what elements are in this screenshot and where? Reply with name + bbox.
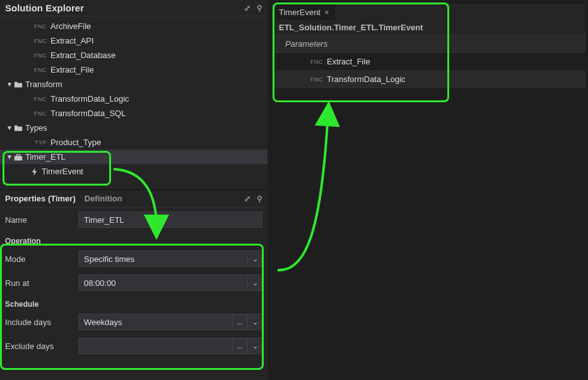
include-browse-button[interactable]: ... [232, 314, 247, 330]
chevron-down-icon[interactable]: ▼ [5, 124, 14, 131]
typ-badge: TYP [30, 140, 47, 146]
editor-tab-timerevent[interactable]: TimerEvent × [273, 4, 336, 20]
tree-item[interactable]: FNC TransformData_Logic [0, 92, 268, 106]
exclude-input[interactable] [78, 338, 232, 354]
tree-item[interactable]: FNC TransformData_SQL [0, 106, 268, 121]
fnc-badge: FNC [30, 96, 47, 102]
tree-folder-transform[interactable]: ▼ Transform [0, 77, 268, 92]
include-input[interactable]: Weekdays [78, 314, 232, 330]
tab-definition[interactable]: Definition [85, 194, 122, 203]
mode-select[interactable]: Specific times [78, 251, 247, 267]
bolt-icon [30, 167, 39, 176]
include-dropdown-button[interactable]: ⌄ [247, 314, 262, 330]
fnc-badge: FNC [30, 23, 47, 30]
properties-panel: Properties (Timer) Definition ⤢ ⚲ Name T… [0, 189, 268, 380]
tab-properties[interactable]: Properties (Timer) [5, 194, 76, 203]
parameters-section[interactable]: Parameters [273, 35, 585, 53]
pin-icon[interactable]: ⚲ [257, 194, 262, 203]
solution-explorer-panel: Solution Explorer ⤢ ⚲ FNC ArchiveFile FN… [0, 0, 268, 189]
runat-dropdown-button[interactable]: ⌄ [247, 275, 262, 291]
runat-input[interactable]: 08:00:00 [78, 275, 247, 291]
maximize-icon[interactable]: ⤢ [244, 4, 250, 13]
prop-name-row: Name Timer_ETL [0, 208, 268, 232]
folder-icon [14, 124, 23, 133]
prop-exclude-label: Exclude days [5, 341, 73, 351]
explorer-header: Solution Explorer ⤢ ⚲ [0, 0, 268, 16]
mode-dropdown-button[interactable]: ⌄ [247, 251, 262, 267]
close-icon[interactable]: × [324, 8, 329, 17]
svg-rect-1 [16, 154, 20, 156]
fnc-badge: FNC [30, 52, 47, 59]
tree-item[interactable]: FNC ArchiveFile [0, 19, 268, 33]
prop-exclude-row: Exclude days ... ⌄ [0, 334, 268, 358]
tree-timer-etl[interactable]: ▼ Timer_ETL [0, 150, 268, 164]
svg-rect-0 [15, 156, 22, 160]
chevron-down-icon[interactable]: ▼ [5, 81, 14, 88]
tree-item[interactable]: FNC Extract_Database [0, 48, 268, 62]
prop-runat-label: Run at [5, 278, 73, 288]
fnc-badge: FNC [307, 76, 323, 83]
toolbox-icon [14, 153, 23, 162]
editor-panel: TimerEvent × ETL_Solution.Timer_ETL.Time… [273, 4, 585, 376]
prop-runat-row: Run at 08:00:00 ⌄ [0, 271, 268, 295]
param-row[interactable]: FNC Extract_File [273, 53, 585, 71]
tree-item[interactable]: FNC Extract_API [0, 33, 268, 48]
editor-tab-label: TimerEvent [279, 8, 320, 17]
schedule-section: Schedule [0, 295, 268, 310]
fnc-badge: FNC [307, 59, 323, 65]
explorer-tree: FNC ArchiveFile FNC Extract_API FNC Extr… [0, 16, 268, 181]
chevron-down-icon[interactable]: ▼ [5, 153, 14, 160]
exclude-browse-button[interactable]: ... [232, 338, 247, 354]
prop-mode-row: Mode Specific times ⌄ [0, 247, 268, 271]
tree-item[interactable]: TYP Product_Type [0, 135, 268, 150]
fnc-badge: FNC [30, 67, 47, 73]
tree-folder-types[interactable]: ▼ Types [0, 121, 268, 135]
breadcrumb[interactable]: ETL_Solution.Timer_ETL.TimerEvent [273, 20, 585, 35]
prop-mode-label: Mode [5, 254, 73, 264]
prop-include-label: Include days [5, 318, 73, 327]
fnc-badge: FNC [30, 110, 47, 117]
tree-timerevent[interactable]: TimerEvent [0, 164, 268, 179]
tree-item[interactable]: FNC Extract_File [0, 62, 268, 77]
exclude-dropdown-button[interactable]: ⌄ [247, 338, 262, 354]
name-input[interactable]: Timer_ETL [78, 211, 262, 228]
pin-icon[interactable]: ⚲ [257, 4, 262, 13]
param-row[interactable]: FNC TransformData_Logic [273, 71, 585, 88]
explorer-title: Solution Explorer [5, 3, 84, 13]
prop-name-label: Name [5, 215, 73, 225]
folder-icon [14, 80, 23, 89]
prop-include-row: Include days Weekdays ... ⌄ [0, 310, 268, 334]
maximize-icon[interactable]: ⤢ [244, 194, 250, 203]
operation-section: Operation [0, 232, 268, 247]
properties-tabs: Properties (Timer) Definition ⤢ ⚲ [0, 190, 268, 208]
fnc-badge: FNC [30, 38, 47, 44]
editor-tabbar: TimerEvent × [273, 4, 585, 20]
